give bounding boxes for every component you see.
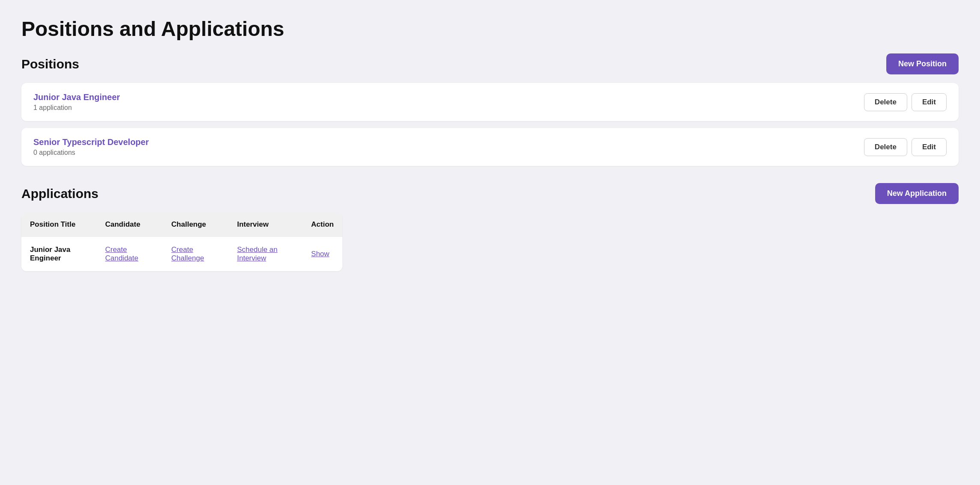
table-row: Junior Java EngineerCreate CandidateCrea…: [21, 237, 342, 272]
table-header: Position TitleCandidateChallengeIntervie…: [21, 213, 342, 237]
position-count: 1 application: [33, 104, 120, 112]
table-body: Junior Java EngineerCreate CandidateCrea…: [21, 237, 342, 272]
new-application-button[interactable]: New Application: [875, 183, 959, 204]
position-actions: Delete Edit: [864, 138, 947, 156]
applications-section: Applications New Application Position Ti…: [21, 183, 959, 271]
edit-button[interactable]: Edit: [912, 93, 947, 111]
delete-button[interactable]: Delete: [864, 93, 907, 111]
table-column-header: Interview: [229, 213, 303, 237]
applications-heading: Applications: [21, 186, 98, 201]
position-info: Junior Java Engineer 1 application: [33, 92, 120, 112]
applications-section-header: Applications New Application: [21, 183, 959, 204]
schedule-interview-link[interactable]: Schedule an Interview: [229, 237, 303, 272]
position-name: Junior Java Engineer: [33, 92, 120, 102]
positions-heading: Positions: [21, 57, 79, 71]
table-column-header: Challenge: [163, 213, 229, 237]
table-column-header: Position Title: [21, 213, 97, 237]
position-count: 0 applications: [33, 149, 149, 157]
position-name: Senior Typescript Developer: [33, 137, 149, 147]
show-link[interactable]: Show: [303, 237, 342, 272]
position-card: Junior Java Engineer 1 application Delet…: [21, 83, 959, 121]
edit-button[interactable]: Edit: [912, 138, 947, 156]
table-column-header: Candidate: [97, 213, 163, 237]
position-info: Senior Typescript Developer 0 applicatio…: [33, 137, 149, 157]
applications-table: Position TitleCandidateChallengeIntervie…: [21, 213, 342, 271]
page-title: Positions and Applications: [21, 17, 959, 41]
positions-section-header: Positions New Position: [21, 53, 959, 74]
new-position-button[interactable]: New Position: [886, 53, 959, 74]
positions-list: Junior Java Engineer 1 application Delet…: [21, 83, 959, 166]
delete-button[interactable]: Delete: [864, 138, 907, 156]
position-card: Senior Typescript Developer 0 applicatio…: [21, 128, 959, 166]
applications-table-wrapper: Position TitleCandidateChallengeIntervie…: [21, 213, 342, 271]
table-column-header: Action: [303, 213, 342, 237]
position-title-cell: Junior Java Engineer: [21, 237, 97, 272]
create-challenge-link[interactable]: Create Challenge: [163, 237, 229, 272]
create-candidate-link[interactable]: Create Candidate: [97, 237, 163, 272]
position-actions: Delete Edit: [864, 93, 947, 111]
